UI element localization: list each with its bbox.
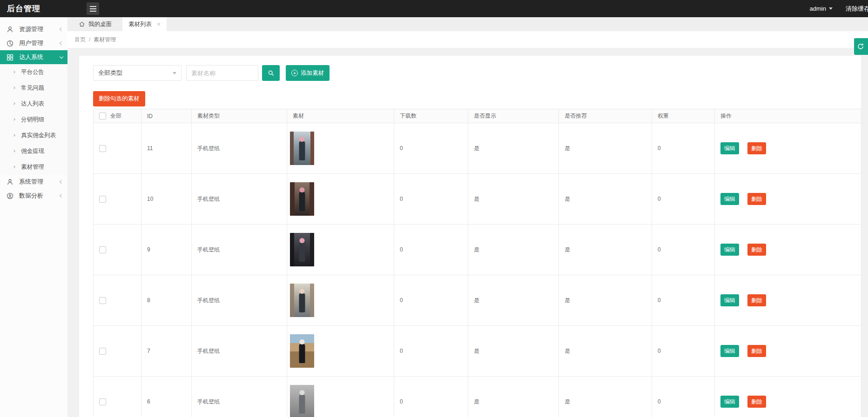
chevron-left-icon [60, 194, 63, 198]
material-thumbnail[interactable] [290, 385, 314, 417]
breadcrumb-home[interactable]: 首页 [74, 36, 86, 44]
search-button[interactable] [262, 65, 280, 81]
edit-button[interactable]: 编辑 [720, 294, 739, 306]
sidebar-subitem-commission-withdraw[interactable]: 佣金提现 [0, 143, 67, 159]
sidebar-subitem-real-commission-list[interactable]: 真实佣金列表 [0, 127, 67, 143]
material-thumbnail[interactable] [290, 334, 314, 368]
material-thumbnail[interactable] [290, 233, 314, 266]
downloads-cell: 0 [394, 123, 468, 174]
sidebar-item-label: 用户管理 [19, 39, 43, 47]
type-cell: 手机壁纸 [192, 123, 287, 174]
type-cell: 手机壁纸 [192, 275, 287, 326]
talent-system-submenu: 平台公告 常见问题 达人列表 分销明细 真实佣金列表 佣金提现 素材管理 [0, 64, 67, 175]
sidebar-subitem-talent-list[interactable]: 达人列表 [0, 96, 67, 112]
material-card: 全部类型 添加素材 删除勾选的素材 [79, 56, 861, 417]
material-name-input[interactable] [186, 65, 258, 81]
content-area: 全部类型 添加素材 删除勾选的素材 [67, 48, 868, 417]
row-checkbox[interactable] [99, 196, 106, 203]
edit-button[interactable]: 编辑 [720, 142, 739, 154]
type-cell: 手机壁纸 [192, 174, 287, 225]
pie-circle-icon [6, 40, 14, 47]
table-row: 11 手机壁纸 0 是 是 0 编辑删除 [94, 123, 861, 174]
refresh-button[interactable] [854, 38, 868, 55]
edit-button[interactable]: 编辑 [720, 345, 739, 357]
sidebar-item-data-analysis[interactable]: 数据分析 [0, 189, 67, 203]
chevron-right-icon [13, 71, 15, 73]
material-thumbnail[interactable] [290, 182, 314, 216]
actions-header: 操作 [715, 109, 861, 123]
sidebar-subitem-platform-announcement[interactable]: 平台公告 [0, 64, 67, 80]
table-row: 10 手机壁纸 0 是 是 0 编辑删除 [94, 174, 861, 225]
chevron-right-icon [13, 102, 15, 105]
sidebar-item-label: 资源管理 [19, 25, 43, 33]
table-row: 8 手机壁纸 0 是 是 0 编辑删除 [94, 275, 861, 326]
delete-button[interactable]: 删除 [747, 244, 766, 256]
visible-cell: 是 [468, 377, 559, 417]
caret-down-icon [829, 7, 833, 10]
breadcrumb-separator: / [89, 36, 90, 43]
weight-cell: 0 [652, 174, 715, 225]
home-icon [79, 21, 85, 27]
visible-cell: 是 [468, 225, 559, 275]
row-checkbox[interactable] [99, 145, 106, 152]
sidebar-toggle-button[interactable] [87, 2, 99, 15]
edit-button[interactable]: 编辑 [720, 244, 739, 256]
close-icon[interactable] [157, 21, 161, 27]
edit-button[interactable]: 编辑 [720, 396, 739, 408]
weight-cell: 0 [652, 123, 715, 174]
sidebar-subitem-material-management[interactable]: 素材管理 [0, 159, 67, 175]
main-area: 我的桌面 素材列表 首页 / 素材管理 全部类型 [67, 17, 868, 417]
row-checkbox[interactable] [99, 246, 106, 253]
select-all-checkbox[interactable] [99, 113, 106, 119]
weight-cell: 0 [652, 377, 715, 417]
delete-button[interactable]: 删除 [747, 294, 766, 306]
topbar: 后台管理 admin 清除缓存 [0, 0, 868, 17]
select-all-header: 全部 [94, 109, 141, 123]
sidebar-item-label: 系统管理 [19, 178, 43, 186]
material-thumbnail[interactable] [290, 284, 314, 317]
sidebar-item-resources[interactable]: 资源管理 [0, 22, 67, 36]
filter-row: 全部类型 添加素材 [93, 65, 861, 81]
table-row: 7 手机壁纸 0 是 是 0 编辑删除 [94, 326, 861, 377]
sidebar-item-talent-system[interactable]: 达人系统 [0, 50, 67, 64]
add-material-button[interactable]: 添加素材 [286, 65, 330, 81]
row-checkbox[interactable] [99, 297, 106, 304]
tab-my-desktop[interactable]: 我的桌面 [72, 17, 118, 31]
sidebar-subitem-faq[interactable]: 常见问题 [0, 80, 67, 96]
chevron-down-icon [60, 54, 63, 58]
row-checkbox[interactable] [99, 348, 106, 355]
type-select[interactable]: 全部类型 [93, 65, 182, 81]
downloads-cell: 0 [394, 174, 468, 225]
recommended-cell: 是 [559, 123, 652, 174]
delete-button[interactable]: 删除 [747, 193, 766, 205]
chevron-left-icon [60, 27, 63, 31]
breadcrumb-current: 素材管理 [94, 36, 116, 44]
visible-cell: 是 [468, 123, 559, 174]
clear-cache-button[interactable]: 清除缓存 [846, 5, 868, 13]
row-checkbox[interactable] [99, 398, 106, 405]
id-cell: 10 [141, 174, 192, 225]
chevron-left-icon [60, 180, 63, 184]
chevron-right-icon [13, 118, 15, 121]
delete-button[interactable]: 删除 [747, 142, 766, 154]
visible-cell: 是 [468, 275, 559, 326]
sidebar-subitem-distribution-detail[interactable]: 分销明细 [0, 112, 67, 127]
tab-material-list[interactable]: 素材列表 [122, 17, 167, 31]
delete-button[interactable]: 删除 [747, 345, 766, 357]
sidebar-item-users[interactable]: 用户管理 [0, 36, 67, 50]
recommended-cell: 是 [559, 275, 652, 326]
sidebar-item-system-management[interactable]: 系统管理 [0, 175, 67, 189]
edit-button[interactable]: 编辑 [720, 193, 739, 205]
grid-icon [6, 53, 14, 61]
delete-selected-button[interactable]: 删除勾选的素材 [93, 91, 145, 106]
type-cell: 手机壁纸 [192, 377, 287, 417]
material-table: 全部 ID 素材类型 素材 下载数 是否显示 是否推荐 权重 操作 [93, 109, 861, 417]
user-menu[interactable]: admin [810, 5, 833, 12]
visible-cell: 是 [468, 326, 559, 377]
delete-button[interactable]: 删除 [747, 396, 766, 408]
chevron-right-icon [13, 86, 15, 89]
visible-cell: 是 [468, 174, 559, 225]
id-header: ID [141, 109, 192, 123]
material-thumbnail[interactable] [290, 132, 314, 165]
downloads-header: 下载数 [394, 109, 468, 123]
